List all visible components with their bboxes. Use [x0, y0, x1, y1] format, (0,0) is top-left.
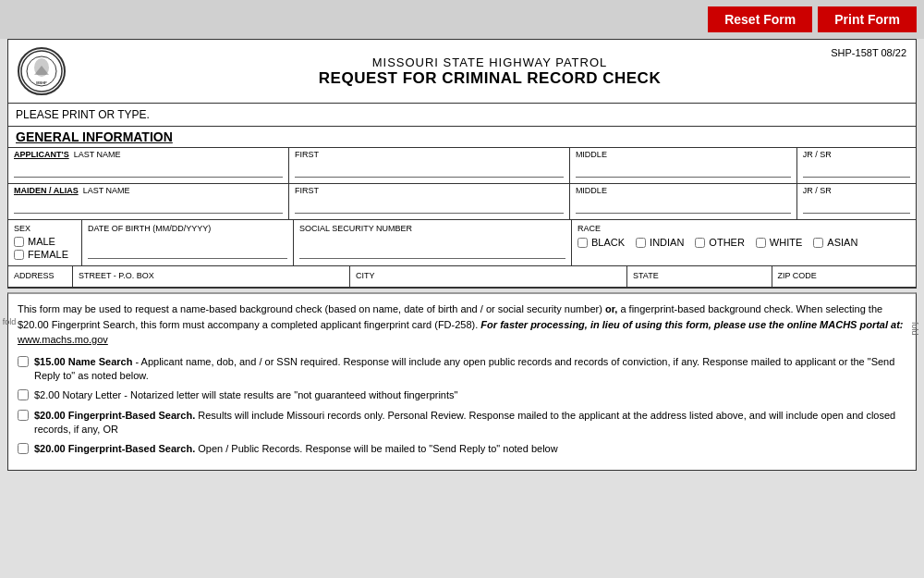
info-paragraph: This form may be used to request a name-… — [18, 301, 906, 348]
form-header: MSHP MISSOURI STATE HIGHWAY PATROL REQUE… — [8, 40, 916, 104]
indian-checkbox[interactable] — [636, 238, 646, 248]
maiden-middle-name-col: MIDDLE — [570, 184, 797, 219]
maiden-last-name-input[interactable] — [14, 197, 283, 214]
applicant-name-row: APPLICANT'S LAST NAME FIRST MIDDLE JR / … — [8, 148, 916, 184]
option-item-1: $15.00 Name Search - Applicant name, dob… — [18, 355, 906, 384]
option1-checkbox[interactable] — [18, 356, 29, 367]
option-item-4: $20.00 Fingerprint-Based Search. Open / … — [18, 442, 906, 456]
other-checkbox[interactable] — [695, 238, 705, 248]
fold-label-left: fold — [3, 317, 17, 326]
fold-label-right: fold — [910, 322, 919, 336]
male-checkbox[interactable] — [14, 237, 24, 247]
fold-section: fold fold This form may be used to reque… — [7, 292, 917, 471]
black-checkbox-item: BLACK — [578, 237, 625, 248]
applicant-first-name-col: FIRST — [289, 148, 570, 183]
option3-checkbox[interactable] — [18, 410, 29, 421]
top-bar: Reset Form Print Form — [0, 0, 924, 39]
applicant-middle-name-input[interactable] — [576, 161, 791, 178]
asian-checkbox[interactable] — [813, 238, 823, 248]
male-checkbox-item: MALE — [14, 236, 76, 247]
white-checkbox[interactable] — [756, 238, 766, 248]
option1-text: $15.00 Name Search - Applicant name, dob… — [34, 355, 906, 384]
option2-text: $2.00 Notary Letter - Notarized letter w… — [34, 388, 457, 402]
maiden-jrsr-input[interactable] — [803, 197, 910, 214]
agency-name: MISSOURI STATE HIGHWAY PATROL — [73, 55, 906, 69]
white-checkbox-item: WHITE — [756, 237, 802, 248]
form-number: SHP-158T 08/22 — [831, 47, 906, 58]
zip-label-col: ZIP CODE — [772, 266, 917, 287]
option4-text: $20.00 Fingerprint-Based Search. Open / … — [34, 442, 558, 456]
applicant-last-name-col: APPLICANT'S LAST NAME — [8, 148, 289, 183]
street-label-col: STREET - P.O. BOX — [73, 266, 350, 287]
applicant-jrsr-col: JR / SR — [797, 148, 916, 183]
print-button[interactable]: Print Form — [818, 6, 917, 32]
black-checkbox[interactable] — [578, 238, 588, 248]
form-title: REQUEST FOR CRIMINAL RECORD CHECK — [73, 69, 906, 88]
option-item-2: $2.00 Notary Letter - Notarized letter w… — [18, 388, 906, 402]
asian-checkbox-item: ASIAN — [813, 237, 857, 248]
maiden-middle-name-input[interactable] — [576, 197, 791, 214]
maiden-jrsr-col: JR / SR — [797, 184, 916, 219]
indian-checkbox-item: INDIAN — [636, 237, 684, 248]
maiden-last-name-col: MAIDEN / ALIAS LAST NAME — [8, 184, 289, 219]
print-note: PLEASE PRINT OR TYPE. — [8, 104, 916, 127]
sex-dob-ssn-race-row: SEX MALE FEMALE DATE OF BIRTH (MM/DD/YYY… — [8, 220, 916, 266]
option4-checkbox[interactable] — [18, 443, 29, 454]
applicant-first-name-input[interactable] — [295, 161, 564, 178]
applicant-middle-name-col: MIDDLE — [570, 148, 797, 183]
female-checkbox-item: FEMALE — [14, 249, 76, 260]
race-col: RACE BLACK INDIAN OTHER WHITE — [572, 220, 916, 265]
maiden-first-name-input[interactable] — [295, 197, 564, 214]
state-label-col: STATE — [627, 266, 772, 287]
city-label-col: CITY — [350, 266, 627, 287]
agency-logo: MSHP — [18, 47, 66, 95]
general-info-header: GENERAL INFORMATION — [8, 127, 916, 148]
form-container: MSHP MISSOURI STATE HIGHWAY PATROL REQUE… — [7, 39, 917, 289]
race-checkboxes: BLACK INDIAN OTHER WHITE ASIAN — [578, 237, 910, 250]
dob-input[interactable] — [88, 242, 287, 259]
dob-col: DATE OF BIRTH (MM/DD/YYYY) — [82, 220, 294, 265]
svg-text:MSHP: MSHP — [36, 80, 47, 85]
applicant-jrsr-input[interactable] — [803, 161, 910, 178]
ssn-input[interactable] — [299, 242, 565, 259]
option2-checkbox[interactable] — [18, 389, 29, 400]
sex-col: SEX MALE FEMALE — [8, 220, 82, 265]
maiden-name-row: MAIDEN / ALIAS LAST NAME FIRST MIDDLE JR… — [8, 184, 916, 220]
logo-area: MSHP — [18, 47, 73, 95]
header-text: MISSOURI STATE HIGHWAY PATROL REQUEST FO… — [73, 55, 906, 88]
female-checkbox[interactable] — [14, 250, 24, 260]
other-checkbox-item: OTHER — [695, 237, 745, 248]
address-row: ADDRESS STREET - P.O. BOX CITY STATE ZIP… — [8, 266, 916, 288]
maiden-first-name-col: FIRST — [289, 184, 570, 219]
reset-button[interactable]: Reset Form — [708, 6, 812, 32]
ssn-col: SOCIAL SECURITY NUMBER — [294, 220, 572, 265]
option-item-3: $20.00 Fingerprint-Based Search. Results… — [18, 409, 906, 437]
option3-text: $20.00 Fingerprint-Based Search. Results… — [34, 409, 906, 437]
applicant-last-name-input[interactable] — [14, 161, 283, 178]
address-label-col: ADDRESS — [8, 266, 73, 287]
